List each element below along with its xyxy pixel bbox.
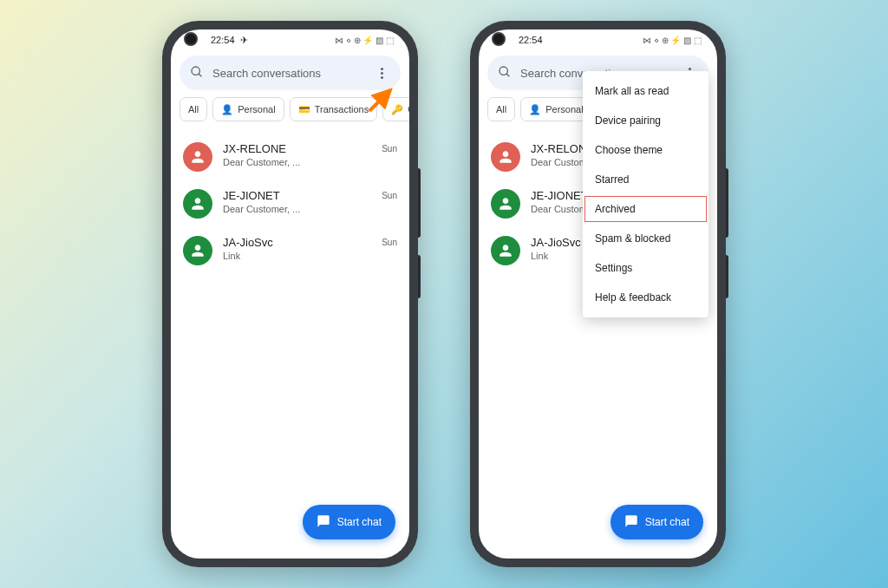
chat-icon xyxy=(624,514,638,531)
screen: 22:54 ✈ ⋈ ⋄ ⊕ ⚡ ▧ ⬚ Search conversations… xyxy=(171,29,409,559)
conversation-time: Sun xyxy=(382,144,397,154)
conversation-time: Sun xyxy=(382,191,397,200)
chip-transactions[interactable]: 💳Transactions xyxy=(290,97,378,121)
conversation-preview: Dear Customer, ... xyxy=(223,157,371,167)
status-indicators: ⋈ ⋄ ⊕ ⚡ ▧ ⬚ xyxy=(335,36,394,45)
volume-button[interactable] xyxy=(726,168,728,238)
screen: 22:54 ⋈ ⋄ ⊕ ⚡ ▧ ⬚ Search conversations A… xyxy=(479,29,717,559)
conversation-time: Sun xyxy=(382,238,397,247)
search-icon xyxy=(498,65,512,82)
svg-point-3 xyxy=(500,67,507,75)
status-time: 22:54 xyxy=(519,35,543,45)
avatar xyxy=(491,142,520,172)
fab-label: Start chat xyxy=(645,516,689,528)
volume-button[interactable] xyxy=(418,168,421,238)
status-bar: 22:54 ⋈ ⋄ ⊕ ⚡ ▧ ⬚ xyxy=(479,29,717,50)
search-icon xyxy=(190,65,204,82)
person-icon: 👤 xyxy=(529,104,541,115)
conversation-list[interactable]: JX-RELONE Dear Customer, ... Sun JE-JION… xyxy=(171,130,409,559)
menu-choose-theme[interactable]: Choose theme xyxy=(583,135,708,165)
menu-device-pairing[interactable]: Device pairing xyxy=(583,106,708,135)
start-chat-button[interactable]: Start chat xyxy=(303,505,395,539)
conversation-item[interactable]: JE-JIONET Dear Customer, ... Sun xyxy=(183,180,397,227)
card-icon: 💳 xyxy=(298,104,310,115)
svg-point-0 xyxy=(192,67,199,75)
phone-right: 22:54 ⋈ ⋄ ⊕ ⚡ ▧ ⬚ Search conversations A… xyxy=(470,21,726,567)
status-bar: 22:54 ✈ ⋈ ⋄ ⊕ ⚡ ▧ ⬚ xyxy=(171,29,409,50)
status-indicators: ⋈ ⋄ ⊕ ⚡ ▧ ⬚ xyxy=(643,36,702,45)
chat-icon xyxy=(317,514,330,531)
phone-left: 22:54 ✈ ⋈ ⋄ ⊕ ⚡ ▧ ⬚ Search conversations… xyxy=(162,21,418,567)
key-icon: 🔑 xyxy=(391,104,403,115)
conversation-item[interactable]: JX-RELONE Dear Customer, ... Sun xyxy=(183,134,397,180)
avatar xyxy=(183,236,212,265)
overflow-menu: Mark all as read Device pairing Choose t… xyxy=(583,71,708,317)
conversation-preview: Link xyxy=(223,251,371,261)
search-bar[interactable]: Search conversations xyxy=(180,56,401,90)
menu-help-feedback[interactable]: Help & feedback xyxy=(583,283,708,312)
menu-archived[interactable]: Archived xyxy=(583,194,708,224)
menu-starred[interactable]: Starred xyxy=(583,165,708,194)
telegram-icon: ✈ xyxy=(240,35,248,46)
svg-line-1 xyxy=(199,74,201,76)
chip-personal[interactable]: 👤Personal xyxy=(520,97,591,121)
chip-all[interactable]: All xyxy=(180,97,207,121)
person-icon: 👤 xyxy=(221,104,233,115)
menu-settings[interactable]: Settings xyxy=(583,253,708,283)
svg-line-4 xyxy=(506,74,509,76)
conversation-preview: Dear Customer, ... xyxy=(223,204,371,214)
avatar xyxy=(491,189,520,219)
start-chat-button[interactable]: Start chat xyxy=(610,505,703,539)
menu-spam-blocked[interactable]: Spam & blocked xyxy=(583,224,708,253)
menu-mark-all-read[interactable]: Mark all as read xyxy=(583,76,708,106)
search-placeholder: Search conversations xyxy=(212,67,321,80)
chip-otps[interactable]: 🔑OTPs xyxy=(382,97,409,121)
avatar xyxy=(491,236,520,265)
status-time: 22:54 xyxy=(211,35,235,45)
overflow-menu-button[interactable] xyxy=(373,68,390,79)
fab-label: Start chat xyxy=(337,516,382,528)
conversation-item[interactable]: JA-JioSvc Link Sun xyxy=(183,227,397,274)
avatar xyxy=(183,142,212,172)
filter-chips: All 👤Personal 💳Transactions 🔑OTPs xyxy=(171,97,409,130)
power-button[interactable] xyxy=(726,255,728,298)
conversation-name: JE-JIONET xyxy=(223,189,371,202)
conversation-name: JA-JioSvc xyxy=(223,236,371,249)
chip-personal[interactable]: 👤Personal xyxy=(212,97,284,121)
conversation-name: JX-RELONE xyxy=(223,142,371,155)
avatar xyxy=(183,189,212,219)
power-button[interactable] xyxy=(418,255,421,298)
chip-all[interactable]: All xyxy=(487,97,515,121)
